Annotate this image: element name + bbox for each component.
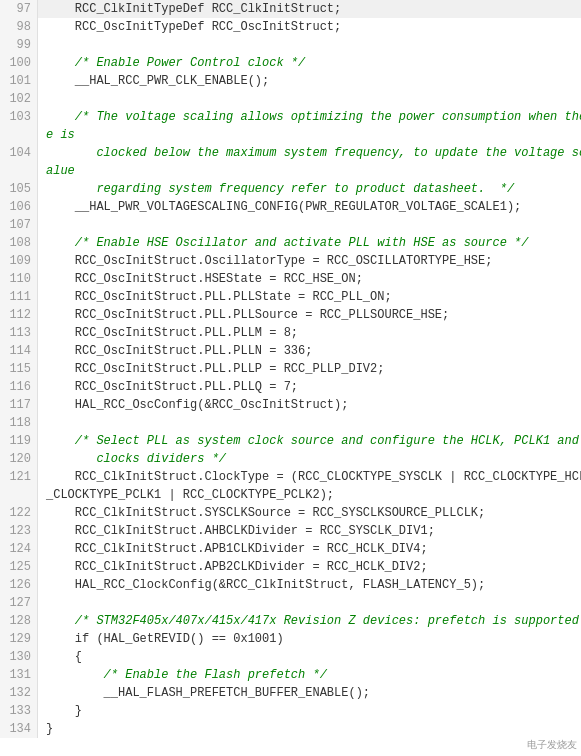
line-content: RCC_OscInitStruct.PLL.PLLState = RCC_PLL… <box>38 288 581 306</box>
code-line: 108 /* Enable HSE Oscillator and activat… <box>0 234 581 252</box>
line-number: 118 <box>0 414 38 432</box>
line-content: RCC_OscInitTypeDef RCC_OscInitStruct; <box>38 18 581 36</box>
code-line: 126 HAL_RCC_ClockConfig(&RCC_ClkInitStru… <box>0 576 581 594</box>
line-number: 102 <box>0 90 38 108</box>
line-content: /* STM32F405x/407x/415x/417x Revision Z … <box>38 612 581 630</box>
code-line: 121 RCC_ClkInitStruct.ClockType = (RCC_C… <box>0 468 581 486</box>
line-number: 112 <box>0 306 38 324</box>
line-number: 123 <box>0 522 38 540</box>
line-content: alue <box>38 162 581 180</box>
line-content: e is <box>38 126 581 144</box>
line-content <box>38 36 581 54</box>
line-number: 132 <box>0 684 38 702</box>
line-content: RCC_ClkInitStruct.AHBCLKDivider = RCC_SY… <box>38 522 581 540</box>
line-number: 117 <box>0 396 38 414</box>
code-line: 124 RCC_ClkInitStruct.APB1CLKDivider = R… <box>0 540 581 558</box>
code-line: 127 <box>0 594 581 612</box>
code-line: e is <box>0 126 581 144</box>
line-number: 98 <box>0 18 38 36</box>
line-number: 103 <box>0 108 38 126</box>
code-line: 131 /* Enable the Flash prefetch */ <box>0 666 581 684</box>
code-line: 120 clocks dividers */ <box>0 450 581 468</box>
line-content: clocks dividers */ <box>38 450 581 468</box>
code-line: 129 if (HAL_GetREVID() == 0x1001) <box>0 630 581 648</box>
line-content: if (HAL_GetREVID() == 0x1001) <box>38 630 581 648</box>
line-content: HAL_RCC_OscConfig(&RCC_OscInitStruct); <box>38 396 581 414</box>
line-number: 134 <box>0 720 38 738</box>
line-content: __HAL_PWR_VOLTAGESCALING_CONFIG(PWR_REGU… <box>38 198 581 216</box>
line-content: { <box>38 648 581 666</box>
code-line: 98 RCC_OscInitTypeDef RCC_OscInitStruct; <box>0 18 581 36</box>
line-number: 129 <box>0 630 38 648</box>
code-line: 111 RCC_OscInitStruct.PLL.PLLState = RCC… <box>0 288 581 306</box>
line-number: 133 <box>0 702 38 720</box>
code-line: 134} <box>0 720 581 738</box>
code-line: 118 <box>0 414 581 432</box>
line-content: /* Enable HSE Oscillator and activate PL… <box>38 234 581 252</box>
line-number: 101 <box>0 72 38 90</box>
line-content: } <box>38 702 581 720</box>
code-line: 133 } <box>0 702 581 720</box>
code-line: 104 clocked below the maximum system fre… <box>0 144 581 162</box>
line-number: 114 <box>0 342 38 360</box>
line-content: /* Enable Power Control clock */ <box>38 54 581 72</box>
line-content: HAL_RCC_ClockConfig(&RCC_ClkInitStruct, … <box>38 576 581 594</box>
line-content: RCC_OscInitStruct.OscillatorType = RCC_O… <box>38 252 581 270</box>
line-number: 126 <box>0 576 38 594</box>
line-number: 100 <box>0 54 38 72</box>
line-number: 105 <box>0 180 38 198</box>
line-number <box>0 486 38 504</box>
code-line: 116 RCC_OscInitStruct.PLL.PLLQ = 7; <box>0 378 581 396</box>
line-number: 104 <box>0 144 38 162</box>
line-content: clocked below the maximum system frequen… <box>38 144 581 162</box>
line-content: /* Select PLL as system clock source and… <box>38 432 581 450</box>
code-line: 107 <box>0 216 581 234</box>
code-line: 114 RCC_OscInitStruct.PLL.PLLN = 336; <box>0 342 581 360</box>
line-number: 109 <box>0 252 38 270</box>
code-line: 130 { <box>0 648 581 666</box>
line-number <box>0 126 38 144</box>
line-number: 116 <box>0 378 38 396</box>
code-line: 97 RCC_ClkInitTypeDef RCC_ClkInitStruct; <box>0 0 581 18</box>
code-line: 109 RCC_OscInitStruct.OscillatorType = R… <box>0 252 581 270</box>
line-content: RCC_ClkInitStruct.APB2CLKDivider = RCC_H… <box>38 558 581 576</box>
line-number: 120 <box>0 450 38 468</box>
line-number: 128 <box>0 612 38 630</box>
line-number: 119 <box>0 432 38 450</box>
line-number: 124 <box>0 540 38 558</box>
line-content: /* Enable the Flash prefetch */ <box>38 666 581 684</box>
line-number: 131 <box>0 666 38 684</box>
line-content: RCC_OscInitStruct.PLL.PLLM = 8; <box>38 324 581 342</box>
line-content <box>38 216 581 234</box>
code-line: 128 /* STM32F405x/407x/415x/417x Revisio… <box>0 612 581 630</box>
line-number: 127 <box>0 594 38 612</box>
line-number: 121 <box>0 468 38 486</box>
line-number: 130 <box>0 648 38 666</box>
line-content: /* The voltage scaling allows optimizing… <box>38 108 581 126</box>
code-line: 117 HAL_RCC_OscConfig(&RCC_OscInitStruct… <box>0 396 581 414</box>
line-content: RCC_ClkInitStruct.APB1CLKDivider = RCC_H… <box>38 540 581 558</box>
line-content: RCC_ClkInitTypeDef RCC_ClkInitStruct; <box>38 0 581 18</box>
line-content: RCC_ClkInitStruct.ClockType = (RCC_CLOCK… <box>38 468 581 486</box>
line-content: RCC_ClkInitStruct.SYSCLKSource = RCC_SYS… <box>38 504 581 522</box>
line-content <box>38 594 581 612</box>
line-number: 115 <box>0 360 38 378</box>
watermark: 电子发烧友 <box>527 738 577 752</box>
code-line: 113 RCC_OscInitStruct.PLL.PLLM = 8; <box>0 324 581 342</box>
code-line: 115 RCC_OscInitStruct.PLL.PLLP = RCC_PLL… <box>0 360 581 378</box>
code-line: alue <box>0 162 581 180</box>
line-number: 113 <box>0 324 38 342</box>
line-number: 106 <box>0 198 38 216</box>
code-line: 119 /* Select PLL as system clock source… <box>0 432 581 450</box>
line-number: 99 <box>0 36 38 54</box>
line-content: RCC_OscInitStruct.PLL.PLLN = 336; <box>38 342 581 360</box>
code-line: 112 RCC_OscInitStruct.PLL.PLLSource = RC… <box>0 306 581 324</box>
line-content: __HAL_RCC_PWR_CLK_ENABLE(); <box>38 72 581 90</box>
line-number: 108 <box>0 234 38 252</box>
line-content: regarding system frequency refer to prod… <box>38 180 581 198</box>
line-number: 122 <box>0 504 38 522</box>
line-content <box>38 90 581 108</box>
code-line: 122 RCC_ClkInitStruct.SYSCLKSource = RCC… <box>0 504 581 522</box>
line-content: RCC_OscInitStruct.HSEState = RCC_HSE_ON; <box>38 270 581 288</box>
line-number: 125 <box>0 558 38 576</box>
